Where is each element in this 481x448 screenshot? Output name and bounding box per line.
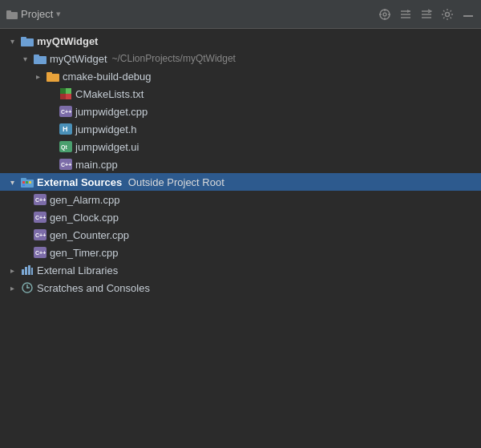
svg-rect-37 <box>22 181 25 184</box>
svg-rect-38 <box>26 181 28 184</box>
scratches-icon <box>21 281 34 294</box>
svg-marker-25 <box>66 88 71 94</box>
gen-clock-label: gen_Clock.cpp <box>50 212 119 224</box>
chevron-scratches <box>6 282 18 293</box>
svg-rect-51 <box>28 265 30 275</box>
svg-rect-39 <box>29 181 31 184</box>
cpp-icon-gen-alarm: C++ <box>34 193 46 206</box>
svg-rect-40 <box>22 184 25 186</box>
svg-rect-1 <box>6 10 11 14</box>
svg-rect-50 <box>25 267 27 275</box>
chevron-ext-lib <box>6 264 18 276</box>
toolbar: Project ▾ <box>0 0 481 29</box>
tree-item-scratches[interactable]: Scratches and Consoles <box>0 279 481 297</box>
jumpwidget-cpp-label: jumpwidget.cpp <box>75 106 148 118</box>
chevron-root <box>6 35 18 46</box>
tree-item-cmakelists[interactable]: CMakeLists.txt <box>0 85 481 103</box>
cpp-icon-main: C++ <box>59 158 72 171</box>
svg-point-56 <box>26 287 28 289</box>
svg-rect-49 <box>22 269 24 275</box>
svg-rect-19 <box>34 54 39 58</box>
chevron-external <box>6 176 18 188</box>
svg-text:C++: C++ <box>35 250 46 256</box>
root-folder-icon <box>21 34 34 47</box>
main-cpp-label: main.cpp <box>75 159 118 171</box>
svg-marker-24 <box>66 94 71 99</box>
cpp-icon-jumpwidget: C++ <box>59 105 72 118</box>
gen-timer-label: gen_Timer.cpp <box>50 247 119 259</box>
svg-text:Qt: Qt <box>61 144 67 151</box>
tree-item-cmake-build-debug[interactable]: cmake-build-debug <box>0 67 481 85</box>
gen-counter-label: gen_Counter.cpp <box>50 229 129 241</box>
tree-item-myqtwidget-folder[interactable]: myQtWidget ~/CLionProjects/myQtWidget <box>0 50 481 67</box>
chevron-cmake-build <box>32 71 43 82</box>
svg-point-3 <box>383 13 386 16</box>
svg-text:C++: C++ <box>61 109 71 115</box>
tree-item-gen-counter[interactable]: C++ gen_Counter.cpp <box>0 226 481 244</box>
panel-title-button[interactable]: Project ▾ <box>6 8 61 20</box>
cmake-file-icon <box>59 87 72 100</box>
myqtwidget-folder-icon <box>34 52 46 65</box>
svg-text:C++: C++ <box>35 232 46 238</box>
svg-rect-36 <box>21 178 26 181</box>
tree-item-jumpwidget-ui[interactable]: Qt jumpwidget.ui <box>0 138 481 155</box>
ui-icon-jumpwidget: Qt <box>59 140 72 153</box>
cpp-icon-gen-counter: C++ <box>34 228 46 241</box>
toolbar-icons <box>378 8 475 21</box>
myqtwidget-folder-label: myQtWidget <box>50 53 107 65</box>
svg-marker-23 <box>60 88 66 94</box>
svg-text:H: H <box>63 125 68 133</box>
svg-rect-52 <box>31 268 33 275</box>
panel-title-label: Project <box>21 8 53 20</box>
tree-item-root-myqtwidget[interactable]: myQtWidget <box>0 32 481 50</box>
jumpwidget-h-label: jumpwidget.h <box>75 123 137 135</box>
settings-icon[interactable] <box>441 8 454 21</box>
project-tree: myQtWidget myQtWidget ~/CLionProjects/my… <box>0 29 481 448</box>
tree-item-gen-alarm[interactable]: C++ gen_Alarm.cpp <box>0 191 481 208</box>
tree-item-jumpwidget-cpp[interactable]: C++ jumpwidget.cpp <box>0 103 481 120</box>
svg-text:C++: C++ <box>61 162 71 167</box>
jumpwidget-ui-label: jumpwidget.ui <box>75 141 139 153</box>
myqtwidget-folder-path: ~/CLionProjects/myQtWidget <box>112 53 236 64</box>
library-icon <box>21 264 34 276</box>
svg-rect-21 <box>46 72 52 75</box>
ext-lib-label: External Libraries <box>37 264 118 276</box>
gen-alarm-label: gen_Alarm.cpp <box>50 194 119 206</box>
external-label-main: External Sources <box>37 176 122 188</box>
minimize-icon[interactable] <box>462 8 475 21</box>
tree-item-gen-timer[interactable]: C++ gen_Timer.cpp <box>0 244 481 261</box>
external-label-secondary: Outside Project Root <box>128 176 224 188</box>
svg-point-14 <box>446 12 450 16</box>
panel-dropdown-arrow: ▾ <box>56 9 61 19</box>
svg-rect-17 <box>21 37 26 40</box>
project-folder-icon <box>6 10 18 19</box>
external-sources-label: External Sources Outside Project Root <box>37 176 224 188</box>
chevron-myqtwidget <box>19 53 30 64</box>
tree-item-gen-clock[interactable]: C++ gen_Clock.cpp <box>0 208 481 226</box>
svg-marker-26 <box>60 94 66 99</box>
collapse-all-icon[interactable] <box>399 8 412 21</box>
tree-item-external-libraries[interactable]: External Libraries <box>0 261 481 279</box>
tree-item-main-cpp[interactable]: C++ main.cpp <box>0 155 481 173</box>
cpp-icon-gen-timer: C++ <box>34 246 46 259</box>
cmake-build-label: cmake-build-debug <box>63 71 152 83</box>
scratches-label: Scratches and Consoles <box>37 282 150 294</box>
svg-text:C++: C++ <box>35 215 46 220</box>
svg-text:C++: C++ <box>35 197 46 203</box>
cmake-build-folder-icon <box>46 70 59 83</box>
cmakelists-label: CMakeLists.txt <box>75 88 143 100</box>
project-panel: Project ▾ <box>0 0 481 448</box>
expand-all-icon[interactable] <box>420 8 433 21</box>
root-label: myQtWidget <box>37 35 98 47</box>
tree-item-jumpwidget-h[interactable]: H jumpwidget.h <box>0 120 481 138</box>
tree-item-external-sources[interactable]: External Sources Outside Project Root <box>0 173 481 191</box>
cpp-icon-gen-clock: C++ <box>34 211 46 224</box>
locate-icon[interactable] <box>378 8 391 21</box>
h-icon-jumpwidget: H <box>59 123 72 135</box>
external-sources-icon <box>21 176 34 188</box>
